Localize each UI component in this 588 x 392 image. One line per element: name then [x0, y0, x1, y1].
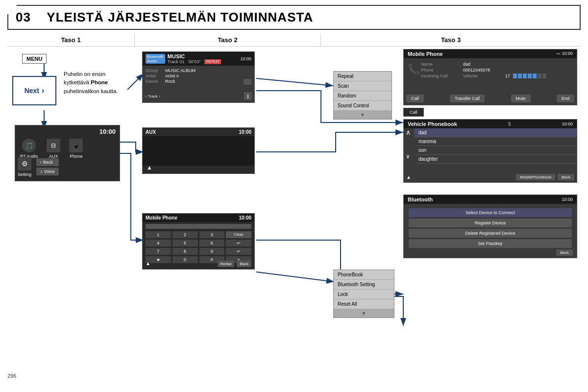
sound-control-item[interactable]: Sound Control: [334, 101, 392, 111]
phone-menu: PhoneBook Bluetooth Setting Lock Reset A…: [333, 270, 394, 318]
bt-track-control[interactable]: ‹ Track ›: [145, 94, 160, 98]
mp-footer: ▲ Redial Back: [146, 261, 251, 267]
mc-mute-btn[interactable]: Mute: [511, 95, 531, 102]
mp-header: Mobile Phone 10:00: [143, 214, 254, 222]
page-header: 03 YLEISTÄ JÄRJESTELMÄN TOIMINNASTA: [7, 5, 581, 30]
annotation-line1: Puhelin on ensin: [64, 71, 105, 77]
content-area: MENU Puhelin on ensin kytkettävä Phone p…: [7, 47, 581, 380]
repeat-menu-scroll-down[interactable]: ▼: [334, 111, 392, 119]
key-4[interactable]: 4: [146, 240, 171, 246]
mc-phone-value: 00012345678: [463, 68, 490, 73]
column-headers: Taso 1 Taso 2 Taso 3: [7, 34, 581, 47]
mc-time: 10:00: [562, 51, 573, 56]
mc-name-row: Name dad: [421, 62, 572, 67]
pb-item-son[interactable]: son: [415, 146, 577, 155]
random-item[interactable]: Random: [334, 91, 392, 101]
lock-item[interactable]: Lock: [334, 290, 394, 299]
phone-icon: 📱: [69, 139, 83, 152]
bt-audio-icon: 🎵: [22, 139, 36, 152]
pb-item-dad[interactable]: dad: [415, 128, 577, 137]
pb-item-mamma[interactable]: mamma: [415, 137, 577, 146]
key-backspace[interactable]: ↩: [226, 240, 251, 246]
key-5[interactable]: 5: [172, 240, 198, 246]
pb-scroll-down-icon[interactable]: ∨: [406, 153, 410, 160]
next-arrow-icon: ›: [42, 86, 44, 95]
col-header-1: Taso 1: [7, 34, 135, 46]
key-1[interactable]: 1: [146, 231, 171, 238]
setting-icon: ⚙: [18, 157, 31, 171]
aux-icon-item[interactable]: ⊟ AUX: [47, 139, 60, 159]
svg-line-3: [127, 74, 144, 90]
pb-mobile-phonebook-btn[interactable]: MobilePhonebook: [516, 174, 555, 180]
bt-group-row: Group MUSIC ALBUM: [146, 68, 251, 73]
bl-delete-option[interactable]: Delete Registered Device: [409, 229, 572, 238]
mc-name-label: Name: [421, 62, 460, 67]
mc-call-action-btn[interactable]: Call: [406, 95, 424, 102]
mc-end-btn[interactable]: End: [557, 95, 574, 102]
phone-icon-item[interactable]: 📱 Phone: [69, 139, 83, 159]
back-button-small[interactable]: ‹ Back: [36, 158, 59, 166]
bl-header: Bluetooth 10:00: [404, 195, 577, 204]
bl-passkey-option[interactable]: Set Passkey: [409, 239, 572, 248]
key-8[interactable]: 8: [172, 248, 198, 255]
menu-button[interactable]: MENU: [22, 54, 47, 64]
mc-header: Mobile Phone ▪▪▪ 10:00: [404, 49, 577, 58]
chapter-number: 03: [16, 10, 31, 24]
phonebook-screen: Vehicle Phonebook 5 10:00 ∧ dad mamma so…: [403, 119, 577, 183]
aux-time: 10:00: [239, 129, 251, 135]
next-button[interactable]: Next ›: [12, 76, 56, 105]
mp-time: 10:00: [239, 215, 251, 220]
bl-connect-option[interactable]: Select Device to Connect: [409, 208, 572, 217]
phone-menu-scroll-down[interactable]: ▼: [334, 309, 394, 318]
pb-footer: ▲ MobilePhonebook Back: [406, 174, 574, 180]
scan-item[interactable]: Scan: [334, 81, 392, 91]
bt-setting-item[interactable]: Bluetooth Setting: [334, 280, 394, 290]
key-2[interactable]: 2: [172, 231, 198, 238]
aux-label: AUX: [146, 129, 156, 135]
chevron-left-icon: ‹: [145, 94, 147, 98]
repeat-item[interactable]: Repeat: [334, 72, 392, 81]
key-clear[interactable]: Clear: [226, 231, 251, 238]
mp-back-btn[interactable]: Back: [237, 261, 251, 267]
mc-body: 📞 Name dad Phone 00012345678 Incoming Ca…: [404, 58, 577, 94]
bt-audio-icon-item[interactable]: 🎵 BT Audio: [20, 139, 38, 159]
phone-receiver-icon: 📞: [408, 63, 420, 75]
bt-artist-row: Artist Artist A: [146, 74, 251, 78]
genre-value: Rock: [165, 79, 175, 85]
reset-all-item[interactable]: Reset All: [334, 299, 394, 309]
stop-icon: [244, 79, 251, 85]
annotation-bold: Phone: [91, 79, 108, 85]
key-3[interactable]: 3: [199, 231, 225, 238]
mc-transfer-btn[interactable]: Transfer Call: [450, 95, 485, 102]
setting-icon-item[interactable]: ⚙ Setting: [18, 157, 31, 177]
key-6[interactable]: 6: [199, 240, 225, 246]
bl-register-option[interactable]: Register Device: [409, 219, 572, 227]
bl-back-btn[interactable]: Back: [556, 249, 573, 256]
col-header-3: Taso 3: [321, 34, 581, 46]
mp-arrow-up-icon: ▲: [146, 261, 150, 267]
voice-button-small[interactable]: ♪ Voice: [36, 168, 59, 175]
annotation-text: Puhelin on ensin kytkettävä Phone puheli…: [64, 70, 118, 96]
key-call[interactable]: ↩: [226, 248, 251, 255]
aux-footer: ▲: [147, 164, 152, 171]
chevron-right-icon: ›: [159, 94, 160, 98]
key-9[interactable]: 9: [199, 248, 225, 255]
phonebook-item[interactable]: PhoneBook: [334, 270, 394, 280]
menu-label: MENU: [26, 56, 42, 62]
vol-seg-3: [523, 74, 527, 78]
pb-back-btn[interactable]: Back: [558, 174, 574, 180]
bt-duration: 00'03": [189, 59, 201, 64]
artist-label: Artist: [146, 74, 163, 78]
pause-button[interactable]: ‖: [244, 92, 252, 100]
bluetooth-screen: Bluetooth 10:00 Select Device to Connect…: [403, 195, 577, 258]
mc-volume-label: Volume: [463, 74, 502, 78]
call-label: Call: [410, 110, 417, 115]
pb-scroll-up-icon[interactable]: ∧: [406, 128, 411, 136]
key-7[interactable]: 7: [146, 248, 171, 255]
mc-volume-value: 17: [505, 74, 510, 78]
pb-item-daughter[interactable]: daughter: [415, 155, 577, 164]
bt-music-title: MUSIC: [168, 53, 221, 59]
pb-content: ∧ dad mamma son daughter ∨: [404, 128, 577, 164]
call-button[interactable]: Call: [403, 108, 424, 117]
mp-redial-btn[interactable]: Redial: [218, 261, 235, 267]
